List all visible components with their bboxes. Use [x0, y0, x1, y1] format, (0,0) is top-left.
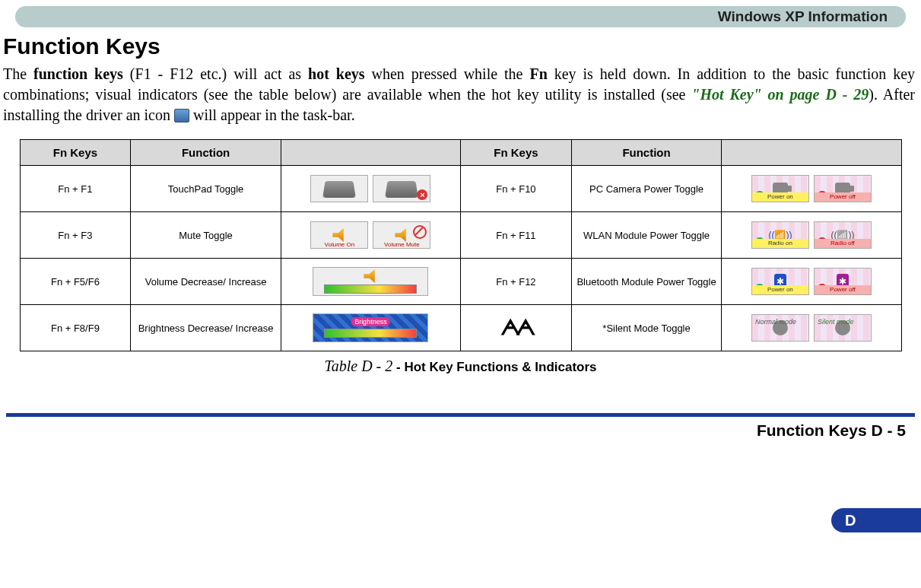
- table-row: Fn + F1 TouchPad Toggle × Fn + F10 PC Ca…: [20, 166, 901, 212]
- silent-mode-icon: Silent mode: [814, 314, 872, 342]
- col-fnkeys-right: Fn Keys: [460, 140, 571, 166]
- appendix-tab: D: [831, 508, 921, 532]
- bluetooth-on-icon: ✱Power on: [751, 268, 809, 295]
- volume-mute-icon: Volume Mute: [373, 221, 430, 249]
- table-caption: Table D - 2 - Hot Key Functions & Indica…: [0, 358, 921, 375]
- volume-on-icon: Volume On: [310, 221, 368, 249]
- section-title: Windows XP Information: [718, 8, 888, 25]
- taskbar-hotkey-icon: [174, 109, 189, 122]
- function-cell: Mute Toggle: [131, 212, 281, 259]
- normal-mode-icon: Normal mode: [751, 314, 809, 342]
- table-row: Fn + F8/F9 Brightness Decrease/ Increase…: [20, 305, 901, 351]
- indicator-cell: Volume On Volume Mute: [281, 212, 460, 259]
- page-footer: Function Keys D - 5: [0, 420, 921, 450]
- bluetooth-off-icon: ✱Power off: [814, 268, 872, 295]
- indicator-cell: ×: [281, 166, 460, 212]
- camera-on-icon: Power on: [751, 175, 809, 202]
- hot-key-xref[interactable]: "Hot Key" on page D - 29: [691, 86, 869, 103]
- silent-mode-logo-icon: ᗅᗅ: [500, 316, 531, 339]
- fnkey-cell: Fn + F8/F9: [20, 305, 131, 351]
- function-cell: Brightness Decrease/ Increase: [131, 305, 281, 351]
- intro-paragraph: The function keys (F1 - F12 etc.) will a…: [3, 64, 915, 126]
- fnkey-cell: Fn + F5/F6: [20, 259, 131, 305]
- fnkey-cell: Fn + F12: [460, 259, 571, 305]
- camera-off-icon: Power off: [814, 175, 872, 202]
- fnkey-cell: ᗅᗅ: [460, 305, 571, 351]
- indicator-cell: Normal mode Silent mode: [722, 305, 901, 351]
- fnkey-cell: Fn + F10: [460, 166, 571, 212]
- wlan-off-icon: Radio off: [814, 221, 872, 249]
- footer-rule: [6, 413, 915, 417]
- function-cell: Bluetooth Module Power Toggle: [571, 259, 721, 305]
- table-row: Fn + F5/F6 Volume Decrease/ Increase Fn …: [20, 259, 901, 305]
- col-function-left: Function: [131, 140, 281, 166]
- fnkey-cell: Fn + F1: [20, 166, 131, 212]
- page-title: Function Keys: [3, 33, 921, 59]
- function-cell: PC Camera Power Toggle: [571, 166, 721, 212]
- table-row: Fn + F3 Mute Toggle Volume On Volume Mut…: [20, 212, 901, 259]
- indicator-cell: Brightness: [281, 305, 460, 351]
- function-cell: TouchPad Toggle: [131, 166, 281, 212]
- brightness-slider-icon: Brightness: [313, 313, 428, 342]
- fnkey-cell: Fn + F3: [20, 212, 131, 259]
- indicator-cell: ✱Power on ✱Power off: [722, 259, 901, 305]
- col-indicator-left: [281, 140, 460, 166]
- hotkey-table: Fn Keys Function Fn Keys Function Fn + F…: [20, 139, 902, 351]
- indicator-cell: Radio on Radio off: [722, 212, 901, 259]
- function-cell: *Silent Mode Toggle: [571, 305, 721, 351]
- col-function-right: Function: [571, 140, 721, 166]
- touchpad-on-icon: [310, 175, 368, 202]
- touchpad-off-icon: ×: [373, 175, 430, 202]
- wlan-on-icon: Radio on: [751, 221, 809, 249]
- volume-slider-icon: [313, 267, 428, 296]
- header-bar: Windows XP Information: [15, 6, 906, 27]
- col-indicator-right: [722, 140, 901, 166]
- fnkey-cell: Fn + F11: [460, 212, 571, 259]
- indicator-cell: [281, 259, 460, 305]
- col-fnkeys-left: Fn Keys: [20, 140, 131, 166]
- function-cell: WLAN Module Power Toggle: [571, 212, 721, 259]
- indicator-cell: Power on Power off: [722, 166, 901, 212]
- function-cell: Volume Decrease/ Increase: [131, 259, 281, 305]
